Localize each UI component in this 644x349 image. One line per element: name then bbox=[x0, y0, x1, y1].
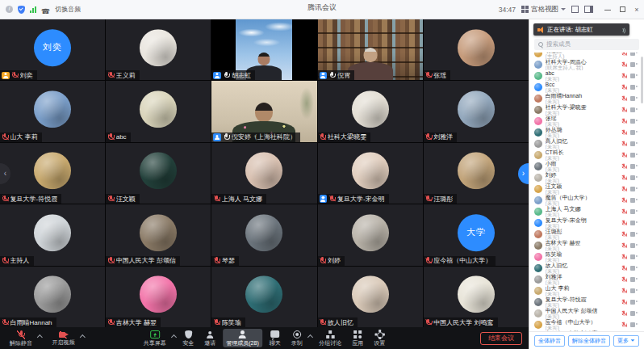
member-row[interactable]: 汪文颖 (来宾) bbox=[534, 183, 642, 195]
chevron-up-icon[interactable] bbox=[80, 334, 85, 339]
chevron-up-icon[interactable] bbox=[37, 334, 42, 339]
camera-off-icon[interactable] bbox=[630, 163, 638, 170]
member-row[interactable]: 张瑶 (来宾) bbox=[534, 116, 642, 127]
chevron-up-icon[interactable] bbox=[171, 334, 176, 339]
camera-off-icon[interactable] bbox=[630, 322, 638, 328]
mic-muted-icon[interactable] bbox=[621, 84, 627, 91]
member-row[interactable]: 社科大学-周温心 (联席主持人, 我) bbox=[534, 59, 642, 70]
member-row[interactable]: 小雨 (来宾) bbox=[534, 161, 642, 172]
participant-tile[interactable]: abc bbox=[106, 81, 211, 141]
participant-tile[interactable]: 胡志虹 bbox=[211, 19, 316, 80]
member-row[interactable]: 中国人民大学 彭颂信 (来宾) bbox=[534, 308, 642, 319]
more-button[interactable]: 更多 bbox=[613, 335, 639, 347]
participant-tile[interactable]: 复旦大学-符悦霞 bbox=[0, 143, 105, 204]
toolbar-item[interactable]: 聊天 bbox=[266, 329, 284, 347]
toolbar-item[interactable]: 录制 bbox=[288, 329, 312, 347]
security-shield-icon[interactable] bbox=[18, 6, 25, 14]
camera-off-icon[interactable] bbox=[630, 310, 638, 317]
mic-muted-icon[interactable] bbox=[621, 288, 627, 295]
participant-tile[interactable]: 大学 应今禧（中山大学） bbox=[424, 204, 529, 265]
participant-tile[interactable]: 陈笑瑜 bbox=[211, 267, 316, 327]
participant-tile[interactable]: 汪璐彤 bbox=[424, 143, 529, 204]
member-row[interactable]: 刘雅洋 (来宾) bbox=[534, 274, 642, 285]
camera-off-icon[interactable] bbox=[630, 276, 638, 283]
mute-all-button[interactable]: 全体静音 bbox=[534, 335, 565, 347]
mic-muted-icon[interactable] bbox=[621, 174, 627, 182]
member-row[interactable]: Bcc (来宾) bbox=[534, 82, 642, 93]
camera-off-icon[interactable] bbox=[630, 73, 638, 79]
camera-off-icon[interactable] bbox=[630, 84, 638, 90]
camera-off-icon[interactable] bbox=[630, 208, 638, 215]
participant-tile[interactable]: 社科大梁晓雯 bbox=[318, 81, 423, 141]
toolbar-item[interactable]: 解除静音 bbox=[6, 329, 42, 348]
camera-off-icon[interactable] bbox=[630, 299, 638, 305]
participant-tile[interactable]: 琴瑟 bbox=[211, 204, 316, 265]
participant-tile[interactable]: 山大 李莉 bbox=[0, 81, 105, 141]
mic-muted-icon[interactable] bbox=[621, 163, 627, 170]
mic-muted-icon[interactable] bbox=[621, 322, 627, 329]
member-row[interactable]: 陈笑瑜 (来宾) bbox=[534, 251, 642, 263]
side-panel-icon[interactable] bbox=[584, 6, 593, 13]
camera-off-icon[interactable] bbox=[630, 107, 638, 113]
participant-tile[interactable]: 中国人民大学 彭颂信 bbox=[106, 204, 211, 265]
participant-tile[interactable]: 汪文颖 bbox=[106, 143, 211, 204]
member-row[interactable]: 胡志虹 (主持人) bbox=[534, 53, 642, 59]
camera-off-icon[interactable] bbox=[630, 220, 638, 226]
chevron-up-icon[interactable] bbox=[307, 334, 312, 339]
camera-off-icon[interactable] bbox=[630, 254, 638, 260]
phone-audio-icon[interactable] bbox=[41, 2, 50, 17]
camera-off-icon[interactable] bbox=[630, 95, 638, 102]
member-row[interactable]: 山大 李莉 (来宾) bbox=[534, 285, 642, 296]
participant-tile[interactable]: 主持人 bbox=[0, 204, 105, 265]
camera-off-icon[interactable] bbox=[630, 242, 638, 249]
member-row[interactable]: 孙丛璐 (来宾) bbox=[534, 127, 642, 138]
fullscreen-icon[interactable] bbox=[571, 6, 579, 13]
participant-tile[interactable]: 倪霄 bbox=[318, 19, 423, 80]
layout-switcher[interactable]: 宫格视图 bbox=[521, 5, 566, 15]
mic-muted-icon[interactable] bbox=[621, 73, 627, 80]
participant-tile[interactable]: 复旦大学-宋金明 bbox=[318, 143, 423, 204]
mic-muted-icon[interactable] bbox=[621, 265, 627, 272]
maximize-button[interactable] bbox=[618, 6, 626, 14]
participant-tile[interactable]: 上海人 马文娜 bbox=[211, 143, 316, 204]
member-row[interactable]: 社科大学-梁晓雯 (来宾) bbox=[534, 104, 642, 116]
toolbar-item[interactable]: 共享屏幕 bbox=[140, 329, 176, 347]
member-row[interactable]: 汪璐彤 (来宾) bbox=[534, 229, 642, 240]
mic-muted-icon[interactable] bbox=[621, 299, 627, 306]
toolbar-item[interactable]: 应用 bbox=[349, 329, 366, 347]
participant-tile[interactable]: 刘奕 刘奕 bbox=[0, 19, 105, 80]
camera-off-icon[interactable] bbox=[630, 141, 638, 147]
camera-off-icon[interactable] bbox=[630, 288, 638, 294]
participant-tile[interactable]: 刘雅洋 bbox=[424, 81, 529, 141]
camera-off-icon[interactable] bbox=[630, 186, 638, 192]
mic-muted-icon[interactable] bbox=[621, 107, 627, 114]
toolbar-item[interactable]: 设置 bbox=[370, 329, 388, 348]
participant-tile[interactable]: 王义莉 bbox=[106, 19, 211, 80]
participant-tile[interactable]: 倪安婷（上海社科院） bbox=[211, 81, 316, 141]
camera-off-icon[interactable] bbox=[630, 152, 638, 158]
network-signal-icon[interactable] bbox=[30, 6, 36, 13]
audio-switch-label[interactable]: 切换音频 bbox=[55, 5, 81, 14]
member-row[interactable]: CT科长 (来宾) bbox=[534, 149, 642, 161]
mic-muted-icon[interactable] bbox=[621, 95, 627, 103]
mic-muted-icon[interactable] bbox=[621, 242, 627, 250]
camera-off-icon[interactable] bbox=[630, 174, 638, 181]
toolbar-item[interactable]: 分组讨论 bbox=[316, 329, 345, 347]
participant-tile[interactable]: 白雨晴Hannah bbox=[0, 267, 105, 327]
unmute-all-button[interactable]: 解除全体静音 bbox=[568, 335, 610, 347]
mic-muted-icon[interactable] bbox=[621, 208, 627, 216]
mic-muted-icon[interactable] bbox=[621, 197, 627, 204]
member-row[interactable]: 复旦大学-符悦霞 (来宾) bbox=[534, 296, 642, 308]
participant-tile[interactable]: 中国人民大学 刘鸣鸾 bbox=[424, 267, 529, 327]
mic-muted-icon[interactable] bbox=[621, 254, 627, 261]
close-button[interactable]: × bbox=[633, 6, 641, 14]
toolbar-item[interactable]: 开启视频 bbox=[49, 330, 85, 347]
toolbar-item[interactable]: 管理成员(28) bbox=[223, 329, 261, 348]
member-row[interactable]: 复旦大学-宋金明 (来宾) bbox=[534, 217, 642, 229]
member-row[interactable]: 吉林大学 赫翌 (来宾) bbox=[534, 240, 642, 251]
mic-muted-icon[interactable] bbox=[621, 61, 627, 69]
member-row[interactable]: 刘婷 (来宾) bbox=[534, 172, 642, 183]
member-row[interactable]: 故人旧忆 (来宾) bbox=[534, 263, 642, 274]
minimize-button[interactable] bbox=[604, 6, 612, 14]
participant-tile[interactable]: 故人旧忆 bbox=[318, 267, 423, 327]
